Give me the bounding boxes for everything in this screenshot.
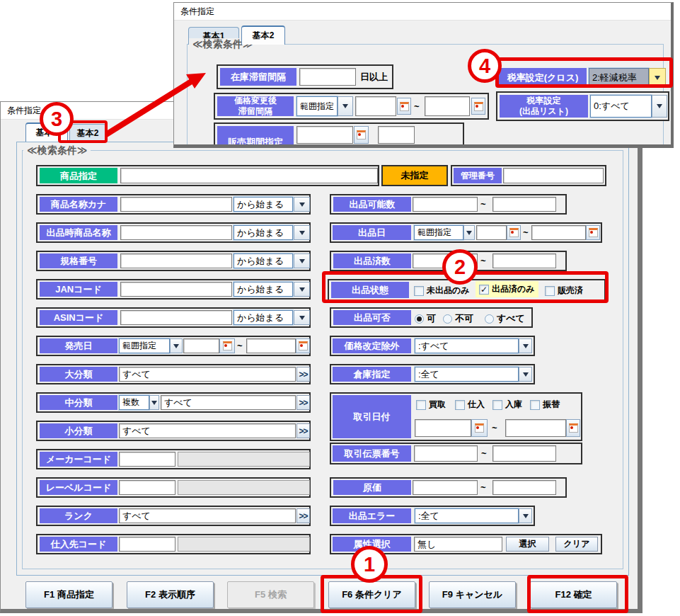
product-spec-input[interactable] (120, 168, 378, 183)
checkbox-checked-icon[interactable] (479, 285, 489, 295)
caret-down-button[interactable] (519, 338, 532, 353)
cost-from-input[interactable] (413, 480, 478, 495)
caret-down-button[interactable] (463, 225, 475, 240)
checkbox-unchecked-icon[interactable] (455, 400, 465, 410)
product-name-kana-input[interactable] (120, 197, 232, 212)
label-code-input[interactable] (119, 480, 175, 495)
calendar-button[interactable] (219, 338, 235, 353)
f6-clear-conditions-button[interactable]: F6 条件クリア (328, 581, 415, 608)
caret-down-button[interactable] (294, 197, 310, 212)
listing-date-to-input[interactable] (531, 225, 586, 240)
category-large-browse-button[interactable]: >> (296, 367, 310, 382)
calendar-button[interactable] (471, 419, 488, 437)
caret-down-button[interactable] (149, 395, 159, 410)
standard-number-matchtype-select[interactable]: から始まる (234, 253, 293, 268)
category-large-value[interactable]: すべて (119, 367, 296, 382)
f1-product-spec-button[interactable]: F1 商品指定 (25, 581, 113, 608)
checkbox-unchecked-icon[interactable] (414, 286, 424, 296)
calendar-button[interactable] (471, 98, 485, 115)
caret-down-button[interactable] (338, 96, 353, 116)
product-name-kana-matchtype-select[interactable]: から始まる (234, 197, 293, 212)
radio-unselected-icon[interactable] (443, 314, 452, 324)
radio-selected-icon[interactable] (415, 314, 424, 324)
category-small-browse-button[interactable]: >> (296, 423, 310, 438)
trade-date-buy-option[interactable]: 買取 (416, 399, 446, 411)
price-change-from-input[interactable] (355, 96, 396, 116)
release-date-to-input[interactable] (246, 338, 296, 353)
trade-date-to-input[interactable] (505, 419, 566, 437)
calendar-button[interactable] (296, 338, 310, 353)
tax-cross-select[interactable]: 2:軽減税率 (589, 68, 649, 87)
listing-product-name-input[interactable] (120, 225, 232, 240)
radio-unselected-icon[interactable] (485, 314, 494, 324)
sellable-qty-to-input[interactable] (492, 197, 556, 212)
category-small-value[interactable]: すべて (119, 423, 296, 438)
rank-value[interactable]: すべて (119, 508, 296, 523)
asin-code-matchtype-select[interactable]: から始まる (234, 310, 293, 325)
f9-cancel-button[interactable]: F9 キャンセル (429, 581, 516, 608)
listing-date-range-select[interactable]: 範囲指定 (414, 225, 463, 240)
sales-period-time-input[interactable] (378, 126, 415, 144)
tax-list-select[interactable]: 0:すべて (590, 95, 652, 118)
checkbox-unchecked-icon[interactable] (492, 400, 502, 410)
cost-to-input[interactable] (492, 480, 556, 495)
listing-ok-yes-option[interactable]: 可 (415, 312, 436, 325)
checkbox-unchecked-icon[interactable] (545, 286, 555, 296)
calendar-button[interactable] (566, 419, 580, 437)
caret-down-button[interactable] (294, 282, 310, 297)
trade-date-purchase-option[interactable]: 仕入 (455, 399, 485, 411)
sales-period-from-input[interactable] (296, 126, 353, 144)
caret-down-button[interactable] (649, 68, 666, 87)
calendar-button[interactable] (397, 98, 411, 115)
release-date-range-select[interactable]: 範囲指定 (119, 338, 170, 353)
caret-down-button[interactable] (170, 338, 183, 353)
calendar-button[interactable] (354, 126, 369, 144)
stock-stagnation-input[interactable] (299, 68, 356, 86)
trade-date-inbound-option[interactable]: 入庫 (492, 399, 522, 411)
listing-error-select[interactable]: :全て (415, 508, 519, 523)
trade-slip-to-input[interactable] (492, 445, 556, 462)
attribute-clear-button[interactable]: クリア (555, 537, 598, 552)
trade-slip-from-input[interactable] (414, 445, 478, 462)
price-revision-select[interactable]: :すべて (415, 338, 519, 353)
listing-status-sold-option[interactable]: 販売済 (545, 285, 583, 297)
caret-down-button[interactable] (519, 367, 532, 382)
listing-ok-no-option[interactable]: 不可 (443, 312, 473, 325)
trade-date-transfer-option[interactable]: 振替 (530, 399, 560, 411)
category-mid-value[interactable]: すべて (161, 395, 296, 410)
attribute-select-button[interactable]: 選択 (506, 537, 549, 552)
caret-down-button[interactable] (294, 253, 310, 268)
caret-down-button[interactable] (294, 310, 310, 325)
f2-display-order-button[interactable]: F2 表示順序 (127, 581, 214, 608)
listing-date-from-input[interactable] (476, 225, 507, 240)
listing-status-unlisted-option[interactable]: 未出品のみ (414, 285, 470, 297)
asin-code-input[interactable] (120, 310, 232, 325)
supplier-code-input[interactable] (119, 537, 175, 552)
jan-code-input[interactable] (120, 282, 232, 297)
checkbox-unchecked-icon[interactable] (416, 400, 426, 410)
price-change-to-input[interactable] (425, 96, 470, 116)
release-date-from-input[interactable] (183, 338, 219, 353)
caret-down-button[interactable] (519, 508, 532, 523)
unspecified-button[interactable]: 未指定 (381, 165, 448, 186)
sellable-qty-from-input[interactable] (413, 197, 478, 212)
mgmt-number-input[interactable] (503, 168, 604, 183)
overlay-tab-basic2[interactable]: 基本2 (241, 25, 285, 45)
price-change-range-select[interactable]: 範囲指定 (296, 96, 338, 116)
jan-code-matchtype-select[interactable]: から始まる (234, 282, 293, 297)
maker-code-input[interactable] (119, 452, 175, 467)
trade-date-from-input[interactable] (415, 419, 471, 437)
listing-status-listed-option[interactable]: 出品済のみ (476, 281, 538, 297)
tab-basic2[interactable]: 基本2 (69, 124, 106, 142)
listed-qty-to-input[interactable] (492, 253, 556, 268)
listing-product-name-matchtype-select[interactable]: から始まる (234, 225, 293, 240)
standard-number-input[interactable] (120, 253, 232, 268)
category-mid-multi-select[interactable]: 複数 (119, 395, 149, 410)
category-mid-browse-button[interactable]: >> (296, 395, 310, 410)
rank-browse-button[interactable]: >> (296, 508, 310, 523)
calendar-button[interactable] (507, 225, 521, 240)
f12-confirm-button[interactable]: F12 確定 (530, 581, 617, 608)
warehouse-select[interactable]: :全て (415, 367, 519, 382)
listing-ok-all-option[interactable]: すべて (485, 312, 525, 325)
caret-down-button[interactable] (294, 225, 310, 240)
